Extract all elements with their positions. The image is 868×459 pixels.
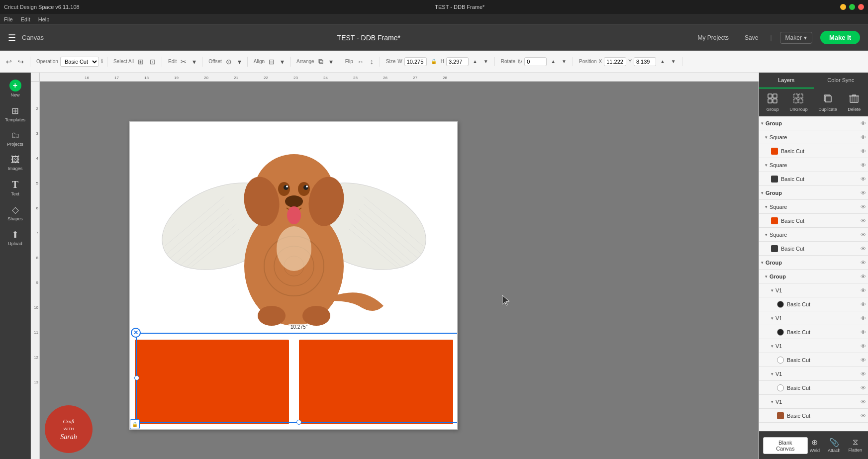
- weld-action[interactable]: ⊕ Weld: [808, 436, 822, 455]
- layer-basiccut-v1-3[interactable]: Basic Cut 👁: [759, 353, 868, 367]
- v1-1-eye[interactable]: 👁: [861, 287, 866, 293]
- group3-arrow[interactable]: ▾: [761, 260, 764, 265]
- basiccut4-eye[interactable]: 👁: [861, 246, 866, 252]
- delete-selection-button[interactable]: ✕: [131, 328, 141, 338]
- layer-square-3[interactable]: ▾ Square 👁: [759, 200, 868, 214]
- square3-arrow[interactable]: ▾: [765, 204, 768, 209]
- v1-2-arrow[interactable]: ▾: [771, 316, 773, 321]
- maximize-button[interactable]: [849, 4, 855, 10]
- position-x-input[interactable]: [604, 57, 626, 66]
- my-projects-button[interactable]: My Projects: [693, 32, 733, 43]
- layer-basiccut-v1-4[interactable]: Basic Cut 👁: [759, 381, 868, 395]
- layer-square-4[interactable]: ▾ Square 👁: [759, 228, 868, 242]
- v1-3-arrow[interactable]: ▾: [771, 344, 773, 349]
- square1-eye[interactable]: 👁: [861, 134, 866, 140]
- delete-action[interactable]: Delete: [846, 91, 863, 114]
- tab-color-sync[interactable]: Color Sync: [814, 73, 868, 89]
- sidebar-item-projects[interactable]: 🗂 Projects: [2, 127, 29, 150]
- group3-eye[interactable]: 👁: [861, 260, 866, 266]
- tab-layers[interactable]: Layers: [759, 73, 814, 89]
- blank-canvas-button[interactable]: Blank Canvas: [763, 437, 808, 454]
- position-up-button[interactable]: ▲: [658, 58, 667, 65]
- duplicate-action[interactable]: Duplicate: [816, 91, 839, 114]
- square2-eye[interactable]: 👁: [861, 162, 866, 168]
- arrange-menu-button[interactable]: ▾: [327, 57, 335, 67]
- layer-basiccut-4[interactable]: Basic Cut 👁: [759, 242, 868, 256]
- canvas-area[interactable]: 16 17 18 19 20 21 22 23 24 25 26 27 28: [31, 73, 759, 459]
- arrange-button[interactable]: ⧉: [316, 56, 325, 67]
- offset-menu-button[interactable]: ▾: [236, 57, 243, 67]
- group1-eye[interactable]: 👁: [861, 120, 866, 126]
- basiccut-v1-5-eye[interactable]: 👁: [861, 413, 866, 419]
- group1-arrow[interactable]: ▾: [761, 121, 764, 126]
- lock-aspect-button[interactable]: 🔒: [429, 58, 439, 65]
- v1-3-eye[interactable]: 👁: [861, 343, 866, 349]
- basiccut1-eye[interactable]: 👁: [861, 148, 866, 154]
- layer-square-1[interactable]: ▾ Square 👁: [759, 130, 868, 144]
- sidebar-item-new[interactable]: + New: [2, 77, 29, 100]
- handle-bm[interactable]: [296, 420, 301, 425]
- rotate-selection-handle[interactable]: ↻: [457, 328, 458, 338]
- basiccut2-eye[interactable]: 👁: [861, 176, 866, 182]
- rotate-up-button[interactable]: ▲: [549, 58, 558, 65]
- menu-edit[interactable]: Edit: [21, 16, 30, 22]
- menu-file[interactable]: File: [4, 16, 13, 22]
- flatten-action[interactable]: ⧖ Flatten: [846, 436, 864, 455]
- subgroup-eye[interactable]: 👁: [861, 274, 866, 279]
- square3-eye[interactable]: 👁: [861, 204, 866, 210]
- layer-basiccut-2[interactable]: Basic Cut 👁: [759, 172, 868, 186]
- make-it-button[interactable]: Make It: [820, 31, 860, 44]
- handle-ml[interactable]: [134, 375, 139, 380]
- orange-boxes-container[interactable]: ✕ ↻ 10.275" 3.297" 🔒: [135, 340, 453, 424]
- square2-arrow[interactable]: ▾: [765, 163, 768, 168]
- layer-basiccut-1[interactable]: Basic Cut 👁: [759, 144, 868, 158]
- attach-action[interactable]: 📎 Attach: [826, 436, 843, 455]
- lock-icon[interactable]: 🔒: [130, 419, 140, 429]
- basiccut-v1-2-eye[interactable]: 👁: [861, 329, 866, 335]
- basiccut3-eye[interactable]: 👁: [861, 218, 866, 224]
- v1-4-eye[interactable]: 👁: [861, 371, 866, 377]
- edit-button[interactable]: ✂: [179, 57, 189, 67]
- layer-basiccut-3[interactable]: Basic Cut 👁: [759, 214, 868, 228]
- operation-select[interactable]: Basic Cut: [60, 57, 99, 67]
- select-all-button[interactable]: ⊞: [136, 57, 146, 67]
- maker-button[interactable]: Maker ▾: [780, 32, 812, 44]
- layer-v1-4[interactable]: ▾ V1 👁: [759, 367, 868, 381]
- layer-group-2[interactable]: ▾ Group 👁: [759, 186, 868, 200]
- square4-arrow[interactable]: ▾: [765, 232, 768, 237]
- offset-button[interactable]: ⊙: [224, 57, 234, 67]
- basiccut-v1-1-eye[interactable]: 👁: [861, 301, 866, 307]
- hamburger-menu[interactable]: ☰: [8, 32, 16, 43]
- sidebar-item-upload[interactable]: ⬆ Upload: [2, 226, 29, 249]
- align-button[interactable]: ⊟: [267, 57, 277, 67]
- menu-help[interactable]: Help: [38, 16, 50, 22]
- flip-h-button[interactable]: ↔: [355, 57, 366, 67]
- sidebar-item-templates[interactable]: ⊞ Templates: [2, 102, 29, 125]
- group2-arrow[interactable]: ▾: [761, 190, 764, 195]
- operation-info[interactable]: ℹ: [101, 58, 103, 65]
- subgroup-arrow[interactable]: ▾: [765, 274, 768, 279]
- layer-group-1[interactable]: ▾ Group 👁: [759, 116, 868, 130]
- layer-v1-2[interactable]: ▾ V1 👁: [759, 311, 868, 325]
- layer-basiccut-v1-1[interactable]: Basic Cut 👁: [759, 297, 868, 311]
- v1-5-arrow[interactable]: ▾: [771, 399, 773, 404]
- sidebar-item-text[interactable]: T Text: [2, 176, 29, 199]
- sidebar-item-images[interactable]: 🖼 Images: [2, 152, 29, 174]
- v1-2-eye[interactable]: 👁: [861, 315, 866, 321]
- size-width-input[interactable]: [404, 57, 427, 66]
- layer-basiccut-v1-5[interactable]: Basic Cut 👁: [759, 409, 868, 423]
- minimize-button[interactable]: [840, 4, 846, 10]
- position-down-button[interactable]: ▼: [669, 58, 678, 65]
- rotate-input[interactable]: [524, 57, 547, 66]
- save-button[interactable]: Save: [741, 32, 762, 43]
- canvas-content[interactable]: ✕ ↻ 10.275" 3.297" 🔒: [40, 82, 759, 459]
- v1-1-arrow[interactable]: ▾: [771, 288, 773, 293]
- flip-v-button[interactable]: ↕: [368, 57, 376, 67]
- position-y-input[interactable]: [634, 57, 656, 66]
- layer-subgroup[interactable]: ▾ Group 👁: [759, 270, 868, 283]
- size-height-input[interactable]: [446, 57, 469, 66]
- rotate-down-button[interactable]: ▼: [560, 58, 569, 65]
- redo-button[interactable]: ↪: [16, 57, 26, 67]
- group2-eye[interactable]: 👁: [861, 190, 866, 196]
- close-button[interactable]: [858, 4, 864, 10]
